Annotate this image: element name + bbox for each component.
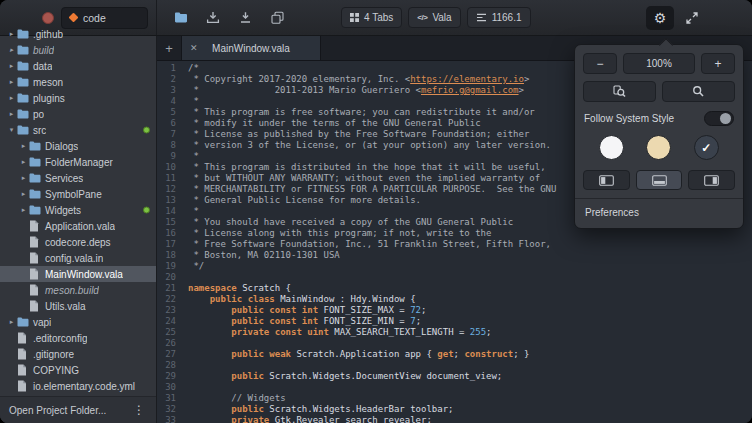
project-sidebar: ▸.github▸build▸data▸meson▸plugins▸po▾src… bbox=[0, 36, 157, 423]
tree-item-label: src bbox=[31, 125, 46, 136]
sepia-style-button[interactable] bbox=[646, 135, 671, 160]
expander-icon[interactable]: ▸ bbox=[6, 46, 17, 54]
toggle-sidebar-button[interactable] bbox=[583, 170, 630, 190]
expander-icon[interactable]: ▸ bbox=[18, 158, 29, 166]
line-number: 14 bbox=[157, 206, 176, 217]
tree-item-copying[interactable]: COPYING bbox=[0, 362, 156, 378]
expander-open-icon[interactable]: ▾ bbox=[6, 126, 17, 134]
window-close-button[interactable] bbox=[42, 12, 54, 24]
tree-item-label: SymbolPane bbox=[43, 189, 102, 200]
tree-item-label: data bbox=[31, 61, 52, 72]
code-text: * License as published by the Free Softw… bbox=[176, 129, 529, 140]
settings-button[interactable]: ⚙ bbox=[646, 6, 674, 30]
tree-item-editorconfig[interactable]: .editorconfig bbox=[0, 330, 156, 346]
preferences-button[interactable]: Preferences bbox=[583, 199, 735, 220]
expander-icon[interactable]: ▸ bbox=[18, 174, 29, 182]
zoom-level-button[interactable]: 100% bbox=[623, 53, 695, 74]
code-text: public Scratch.Widgets.HeaderBar toolbar… bbox=[176, 404, 454, 415]
expander-icon[interactable]: ▸ bbox=[6, 94, 17, 102]
zoom-controls: − 100% + bbox=[583, 53, 735, 74]
grid-icon bbox=[350, 13, 359, 22]
tab-mainwindow-vala[interactable]: ✕ MainWindow.vala bbox=[181, 36, 321, 60]
goto-line-button[interactable]: 1166.1 bbox=[467, 7, 531, 28]
find-button[interactable] bbox=[583, 81, 656, 102]
code-text: * You should have received a copy of the… bbox=[176, 217, 513, 228]
code-text: * This program is distributed in the hop… bbox=[176, 162, 546, 173]
expander-icon[interactable]: ▸ bbox=[6, 110, 17, 118]
code-text: * Free Software Foundation, Inc., 51 Fra… bbox=[176, 239, 551, 250]
file-icon bbox=[17, 348, 31, 360]
tree-item-meson[interactable]: ▸meson bbox=[0, 74, 156, 90]
tab-close-icon[interactable]: ✕ bbox=[190, 43, 198, 53]
tree-item-github[interactable]: ▸.github bbox=[0, 26, 156, 42]
line-number: 25 bbox=[157, 327, 176, 338]
sidebar-menu-icon[interactable]: ⋮ bbox=[131, 403, 147, 417]
fullscreen-button[interactable] bbox=[678, 6, 706, 30]
zoom-out-button[interactable]: − bbox=[583, 53, 617, 74]
code-text: * 2011-2013 Mario Guerriero <mefrio.g@gm… bbox=[176, 85, 524, 96]
tree-item-label: po bbox=[31, 109, 44, 120]
templates-button[interactable] bbox=[263, 6, 291, 30]
tree-item-foldermanager[interactable]: ▸FolderManager bbox=[0, 154, 156, 170]
light-style-button[interactable] bbox=[599, 135, 624, 160]
expander-icon[interactable]: ▸ bbox=[18, 142, 29, 150]
code-line: 23 public const int FONT_SIZE_MAX = 72; bbox=[157, 305, 752, 316]
tree-item-src[interactable]: ▾src bbox=[0, 122, 156, 138]
save-as-button[interactable] bbox=[231, 6, 259, 30]
follow-system-row: Follow System Style bbox=[584, 111, 734, 126]
tree-item-plugins[interactable]: ▸plugins bbox=[0, 90, 156, 106]
tree-item-symbolpane[interactable]: ▸SymbolPane bbox=[0, 186, 156, 202]
expander-icon[interactable]: ▸ bbox=[18, 190, 29, 198]
code-text: * This program is free software; you can… bbox=[176, 107, 535, 118]
folder-icon bbox=[17, 93, 31, 103]
line-number: 33 bbox=[157, 415, 176, 423]
expander-icon[interactable]: ▸ bbox=[6, 62, 17, 70]
dark-style-button[interactable]: ✓ bbox=[694, 135, 719, 160]
line-number: 4 bbox=[157, 96, 176, 107]
tree-item-meson-build[interactable]: meson.build bbox=[0, 282, 156, 298]
line-number: 18 bbox=[157, 250, 176, 261]
code-text: * bbox=[176, 96, 199, 107]
expander-icon[interactable]: ▸ bbox=[6, 78, 17, 86]
language-button[interactable]: </>Vala bbox=[408, 7, 460, 28]
tree-item-services[interactable]: ▸Services bbox=[0, 170, 156, 186]
toggle-outline-button[interactable] bbox=[688, 170, 735, 190]
tree-item-dialogs[interactable]: ▸Dialogs bbox=[0, 138, 156, 154]
tree-item-application-vala[interactable]: Application.vala bbox=[0, 218, 156, 234]
tree-item-gitignore[interactable]: .gitignore bbox=[0, 346, 156, 362]
tree-item-label: Utils.vala bbox=[43, 301, 86, 312]
new-tab-button[interactable]: + bbox=[157, 36, 181, 60]
code-text: public const int FONT_SIZE_MIN = 7; bbox=[176, 316, 421, 327]
zoom-in-button[interactable]: + bbox=[701, 53, 735, 74]
find-in-project-button[interactable] bbox=[662, 81, 735, 102]
open-file-button[interactable] bbox=[199, 6, 227, 30]
expander-icon[interactable]: ▸ bbox=[6, 30, 17, 38]
tree-item-data[interactable]: ▸data bbox=[0, 58, 156, 74]
project-icon bbox=[69, 13, 79, 23]
open-folder-button[interactable] bbox=[167, 6, 195, 30]
open-project-folder-button[interactable]: Open Project Folder... bbox=[9, 405, 131, 416]
expander-icon[interactable]: ▸ bbox=[18, 206, 29, 214]
toggle-bottom-panel-button[interactable] bbox=[636, 170, 683, 190]
tree-item-build[interactable]: ▸build bbox=[0, 42, 156, 58]
file-icon bbox=[29, 300, 43, 312]
code-line: 31 // Widgets bbox=[157, 393, 752, 404]
tree-item-utils-vala[interactable]: Utils.vala bbox=[0, 298, 156, 314]
tree-item-po[interactable]: ▸po bbox=[0, 106, 156, 122]
tree-item-label: COPYING bbox=[31, 365, 79, 376]
expander-icon[interactable]: ▸ bbox=[6, 318, 17, 326]
tab-overview-button[interactable]: 4 Tabs bbox=[341, 7, 402, 28]
tree-item-widgets[interactable]: ▸Widgets bbox=[0, 202, 156, 218]
code-text: * bbox=[176, 206, 199, 217]
code-text bbox=[176, 360, 188, 371]
tree-item-config-vala-in[interactable]: config.vala.in bbox=[0, 250, 156, 266]
follow-system-style-toggle[interactable] bbox=[704, 111, 734, 126]
code-text: * modify it under the terms of the GNU G… bbox=[176, 118, 481, 129]
tree-item-codecore-deps[interactable]: codecore.deps bbox=[0, 234, 156, 250]
tree-item-vapi[interactable]: ▸vapi bbox=[0, 314, 156, 330]
find-controls bbox=[583, 81, 735, 102]
code-text: public const int FONT_SIZE_MAX = 72; bbox=[176, 305, 426, 316]
line-number: 24 bbox=[157, 316, 176, 327]
tree-item-mainwindow-vala[interactable]: MainWindow.vala bbox=[0, 266, 156, 282]
tree-item-io-elementary-code-yml[interactable]: io.elementary.code.yml bbox=[0, 378, 156, 394]
